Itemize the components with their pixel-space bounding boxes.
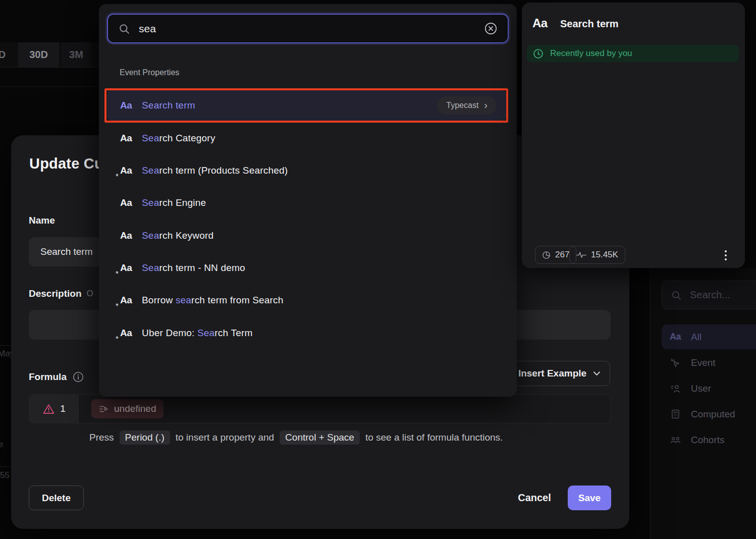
formula-label-text: Formula bbox=[29, 371, 67, 383]
text-property-icon: Aa bbox=[532, 16, 548, 30]
property-row-search-category[interactable]: Aa Search Category bbox=[107, 123, 507, 153]
text-property-icon: Aa bbox=[120, 100, 135, 111]
formula-hint: Press Period (.) to insert a property an… bbox=[89, 430, 503, 445]
recently-used-badge: Recently used by you bbox=[527, 45, 739, 62]
modal-title: Update Cu bbox=[29, 155, 103, 172]
time-range-strip: D 30D 3M bbox=[0, 42, 99, 67]
sidebar-item-label: Computed bbox=[691, 409, 735, 420]
property-search-input[interactable] bbox=[139, 23, 475, 35]
cancel-button[interactable]: Cancel bbox=[509, 486, 560, 510]
property-row-borrow-search-term[interactable]: Aa* Borrow search term from Search bbox=[107, 285, 507, 315]
chevron-down-icon bbox=[593, 371, 601, 376]
undefined-token-label: undefined bbox=[114, 403, 156, 414]
property-details-panel: Aa Search term Recently used by you 267 … bbox=[522, 3, 745, 268]
custom-text-property-icon: Aa* bbox=[120, 295, 135, 306]
custom-property-star: * bbox=[116, 301, 118, 310]
property-details-title: Search term bbox=[560, 18, 619, 30]
custom-property-star: * bbox=[116, 172, 118, 180]
hint-text: to insert a property and bbox=[176, 432, 274, 443]
time-range-3m-button[interactable]: 3M bbox=[62, 42, 91, 67]
aa-glyph: Aa bbox=[120, 230, 132, 241]
text-property-icon: Aa bbox=[120, 197, 135, 208]
hint-text: to see a list of formula functions. bbox=[365, 432, 503, 443]
chart-axis-label-fragment: e bbox=[0, 440, 3, 450]
description-optional-fragment: O bbox=[87, 289, 93, 299]
sidebar-item-all[interactable]: Aa All bbox=[662, 325, 756, 349]
sidebar-item-user[interactable]: User bbox=[662, 376, 756, 401]
custom-property-star: * bbox=[116, 334, 118, 343]
clear-search-icon[interactable] bbox=[484, 22, 498, 35]
sidebar-search-field[interactable] bbox=[662, 281, 756, 309]
description-label-text: Description bbox=[29, 288, 82, 299]
insert-example-button[interactable]: Insert Example bbox=[509, 361, 610, 386]
sidebar-item-cohorts[interactable]: Cohorts bbox=[662, 427, 756, 452]
property-name: Search term (Products Searched) bbox=[142, 165, 288, 176]
insert-example-label: Insert Example bbox=[518, 368, 586, 379]
app-screen: D 30D 3M May e 55 Aa All Event bbox=[0, 0, 756, 539]
event-cursor-icon bbox=[669, 358, 681, 368]
text-property-icon: Aa bbox=[120, 133, 135, 144]
custom-property-star: * bbox=[116, 269, 118, 278]
volume-value: 15.45K bbox=[591, 250, 618, 260]
chart-axis-tick: 55 bbox=[0, 470, 10, 480]
pulse-icon bbox=[576, 251, 586, 258]
formula-editor[interactable]: 1 undefined bbox=[29, 394, 611, 423]
aa-glyph: Aa bbox=[120, 133, 132, 143]
calculator-icon bbox=[669, 409, 681, 419]
cardinality-value: 267 bbox=[555, 250, 569, 260]
time-range-7d-button[interactable]: D bbox=[0, 42, 16, 67]
error-count: 1 bbox=[60, 403, 66, 414]
sidebar-item-computed[interactable]: Computed bbox=[662, 402, 756, 426]
property-name: Borrow search term from Search bbox=[142, 295, 284, 306]
property-row-search-keyword[interactable]: Aa Search Keyword bbox=[107, 221, 507, 251]
text-type-icon: Aa bbox=[669, 332, 681, 342]
search-icon bbox=[671, 290, 682, 301]
warning-icon bbox=[43, 404, 55, 414]
sidebar-item-event[interactable]: Event bbox=[662, 350, 756, 375]
aa-glyph: Aa bbox=[120, 165, 132, 176]
control-space-key-chip: Control + Space bbox=[280, 430, 360, 445]
typecast-button[interactable]: Typecast › bbox=[437, 96, 497, 115]
chart-gridline bbox=[0, 466, 11, 467]
formula-error-counter: 1 bbox=[29, 395, 80, 423]
user-icon bbox=[669, 384, 681, 393]
delete-button[interactable]: Delete bbox=[29, 486, 84, 510]
property-row-uber-demo-search-term[interactable]: Aa* Uber Demo: Search Term bbox=[107, 318, 507, 348]
property-row-search-term-products[interactable]: Aa* Search term (Products Searched) bbox=[107, 155, 507, 186]
more-options-icon[interactable] bbox=[723, 248, 729, 262]
name-label: Name bbox=[29, 215, 55, 226]
sidebar-item-label: User bbox=[691, 383, 711, 394]
property-row-search-engine[interactable]: Aa Search Engine bbox=[107, 188, 507, 218]
undefined-token[interactable]: undefined bbox=[91, 399, 164, 418]
search-icon bbox=[118, 23, 130, 35]
property-row-search-term-nn-demo[interactable]: Aa* Search term - NN demo bbox=[107, 253, 507, 283]
property-name: Search term bbox=[142, 100, 195, 111]
time-range-30d-button[interactable]: 30D bbox=[18, 42, 59, 67]
sidebar-item-label: Event bbox=[691, 357, 716, 368]
divider bbox=[0, 67, 99, 68]
custom-text-property-icon: Aa* bbox=[120, 165, 135, 176]
info-icon[interactable] bbox=[73, 371, 84, 383]
property-search-field[interactable] bbox=[107, 14, 509, 43]
custom-text-property-icon: Aa* bbox=[120, 262, 135, 274]
cohorts-icon bbox=[669, 436, 681, 444]
aa-glyph: Aa bbox=[120, 100, 132, 111]
save-button[interactable]: Save bbox=[568, 486, 611, 510]
sidebar-item-label: All bbox=[691, 332, 701, 343]
property-name: Search Keyword bbox=[142, 230, 213, 241]
property-name: Search Category bbox=[142, 133, 215, 144]
function-cursor-icon bbox=[99, 405, 109, 413]
text-property-icon: Aa bbox=[120, 230, 135, 241]
property-name: Search term - NN demo bbox=[142, 262, 245, 274]
hint-text: Press bbox=[89, 432, 114, 443]
aa-glyph: Aa bbox=[120, 328, 132, 338]
volume-stat-pill[interactable]: 15.45K bbox=[569, 246, 625, 264]
recently-used-label: Recently used by you bbox=[550, 48, 632, 59]
sidebar-search-input[interactable] bbox=[690, 289, 756, 301]
aa-glyph: Aa bbox=[120, 197, 132, 208]
clock-icon bbox=[533, 48, 544, 59]
divider bbox=[0, 86, 99, 87]
property-search-dropdown: Event Properties Aa Search term Typecast… bbox=[99, 4, 517, 397]
chevron-right-icon: › bbox=[484, 100, 488, 110]
property-row-search-term[interactable]: Aa Search term Typecast › bbox=[107, 90, 507, 121]
